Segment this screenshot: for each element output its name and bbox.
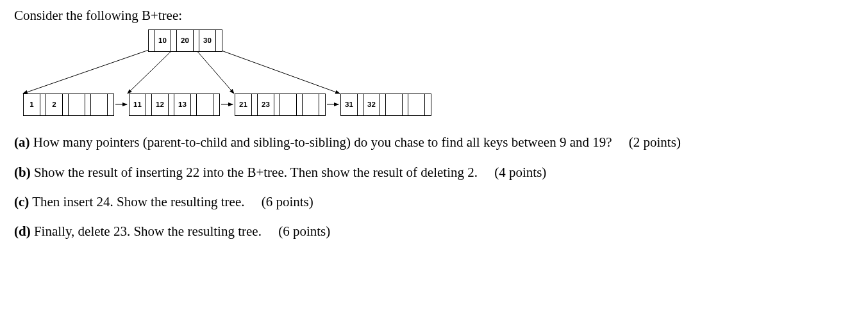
key-slot: 20 (177, 30, 194, 51)
part-label: (c) (14, 194, 29, 209)
part-label: (d) (14, 224, 31, 239)
svg-line-1 (128, 49, 173, 94)
ptr-slot (63, 94, 69, 115)
ptr-slot (252, 94, 258, 115)
ptr-slot (191, 94, 197, 115)
key-slot: 23 (258, 94, 274, 115)
key-slot: 31 (341, 94, 358, 115)
ptr-slot (85, 94, 91, 115)
ptr-slot (403, 94, 408, 115)
key-slot: 13 (174, 94, 191, 115)
ptr-slot (216, 30, 222, 51)
part-points: (4 points) (481, 165, 546, 180)
ptr-slot (297, 94, 303, 115)
ptr-slot (274, 94, 280, 115)
key-slot (386, 94, 403, 115)
ptr-slot (40, 94, 46, 115)
question-part-b: (b) Show the result of inserting 22 into… (14, 163, 854, 181)
part-points: (6 points) (248, 194, 313, 209)
part-text: Show the result of inserting 22 into the… (34, 165, 478, 180)
svg-line-2 (196, 49, 234, 94)
part-label: (a) (14, 134, 30, 150)
question-part-a: (a) How many pointers (parent-to-child a… (14, 133, 854, 151)
ptr-slot (146, 94, 152, 115)
key-slot (91, 94, 108, 115)
key-slot: 30 (199, 30, 216, 51)
key-slot: 10 (154, 30, 171, 51)
part-points: (6 points) (265, 224, 330, 239)
btree-leaf-node: 31 32 (340, 94, 431, 116)
part-label: (b) (14, 165, 31, 180)
ptr-slot (169, 94, 174, 115)
key-slot: 32 (363, 94, 380, 115)
key-slot: 12 (152, 94, 169, 115)
key-slot: 21 (235, 94, 252, 115)
ptr-slot (425, 94, 431, 115)
intro-text: Consider the following B+tree: (14, 6, 854, 24)
svg-line-3 (218, 49, 340, 94)
btree-leaf-node: 11 12 13 (129, 94, 220, 116)
ptr-slot (358, 94, 363, 115)
part-text: How many pointers (parent-to-child and s… (33, 134, 612, 150)
key-slot (280, 94, 297, 115)
question-part-c: (c) Then insert 24. Show the resulting t… (14, 193, 854, 211)
key-slot: 2 (46, 94, 63, 115)
part-text: Then insert 24. Show the resulting tree. (32, 194, 244, 209)
ptr-slot (108, 94, 113, 115)
key-slot: 11 (129, 94, 146, 115)
question-part-d: (d) Finally, delete 23. Show the resulti… (14, 222, 854, 240)
ptr-slot (380, 94, 386, 115)
key-slot (197, 94, 213, 115)
part-text: Finally, delete 23. Show the resulting t… (34, 224, 262, 239)
key-slot (303, 94, 319, 115)
part-points: (2 points) (615, 134, 681, 150)
btree-leaf-node: 21 23 (235, 94, 326, 116)
btree-leaf-node: 1 2 (23, 94, 114, 116)
key-slot (408, 94, 425, 115)
key-slot (69, 94, 85, 115)
ptr-slot (171, 30, 177, 51)
svg-line-0 (23, 49, 151, 94)
btree-diagram: 10 20 30 1 2 11 12 13 21 23 (14, 29, 424, 119)
key-slot: 1 (24, 94, 40, 115)
ptr-slot (149, 30, 154, 51)
ptr-slot (213, 94, 219, 115)
ptr-slot (319, 94, 325, 115)
btree-root-node: 10 20 30 (148, 29, 222, 52)
ptr-slot (194, 30, 199, 51)
